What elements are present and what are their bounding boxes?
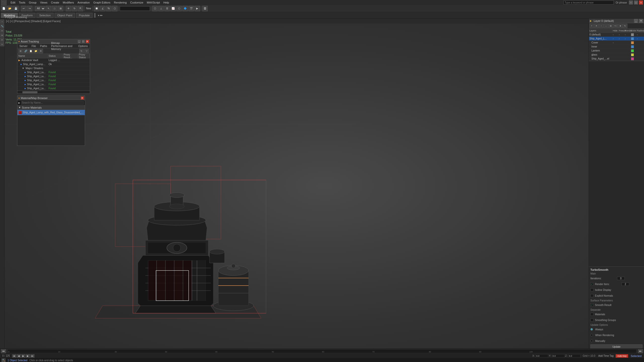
layer-btn[interactable]: ☰ <box>164 6 170 11</box>
curve-editor-btn[interactable]: 📈 <box>170 6 176 11</box>
layer-move-up-btn[interactable]: ↑ <box>599 24 603 28</box>
render-btn[interactable]: ▶ <box>194 6 200 11</box>
menu-edit[interactable]: Edit <box>9 1 17 4</box>
percent-snap[interactable]: % <box>106 6 111 11</box>
layer-1-hide[interactable]: - <box>612 37 618 40</box>
at-row-file-1[interactable]: ■ Ship_Aged_La... Found <box>17 70 90 74</box>
menu-tools[interactable]: Tools <box>17 1 27 4</box>
at-minimize-btn[interactable]: _ <box>78 40 81 43</box>
timeline-track[interactable]: 0 10 20 30 40 50 60 70 80 90 100 <box>8 349 636 353</box>
play-prev-btn[interactable]: ⏮ <box>12 354 16 358</box>
sidebar-hierarchy-icon[interactable]: H <box>0 29 4 33</box>
at-row-lamp[interactable]: ■ Ship_Aged_Lamp_w... Ok <box>17 62 90 66</box>
at-row-maps[interactable]: ▼ Maps / Shaders <box>17 66 90 70</box>
layer-add-btn[interactable]: + <box>589 24 594 28</box>
search-input[interactable] <box>564 1 614 5</box>
select-btn[interactable]: ↖ <box>46 6 51 11</box>
at-filter-btn[interactable]: ▽ <box>84 49 89 53</box>
ts-when-rendering-radio[interactable] <box>590 334 593 336</box>
align-btn[interactable]: ⊥ <box>158 6 164 11</box>
render-frame-btn[interactable]: 🖼 <box>202 6 208 11</box>
redo-btn[interactable]: ↪ <box>27 6 32 11</box>
ts-render-iters-value[interactable]: 2 <box>622 283 629 286</box>
menu-modifiers[interactable]: Modifiers <box>61 1 75 4</box>
layer-select-btn[interactable]: ⊞ <box>609 24 613 28</box>
at-menu-options[interactable]: Options <box>77 44 89 48</box>
layer-row-1[interactable]: Ship_Aged_L... - - - - <box>589 37 644 41</box>
layer-0-render[interactable]: - <box>624 33 630 36</box>
at-scrollbar[interactable] <box>17 90 90 94</box>
at-menu-file[interactable]: File <box>30 44 37 48</box>
at-btn-4[interactable]: 📁 <box>33 49 38 53</box>
at-row-file-3[interactable]: ■ Ship_Aged_La... Found <box>17 78 90 82</box>
save-btn[interactable]: 💾 <box>13 6 19 11</box>
tab-object-paint[interactable]: Object Paint <box>55 13 75 18</box>
layer-refresh-btn[interactable]: ↻ <box>623 24 627 28</box>
at-scrollbar-thumb[interactable] <box>22 91 37 93</box>
layer-0-color[interactable] <box>630 33 636 36</box>
sidebar-create-icon[interactable]: + <box>0 20 4 24</box>
play-prev-frame-btn[interactable]: ◀ <box>17 354 21 358</box>
material-editor-btn[interactable]: 🔷 <box>182 6 188 11</box>
layer-row-inner[interactable]: Inner <box>589 45 644 49</box>
ts-isoline-checkbox[interactable] <box>590 288 593 291</box>
tab-populate[interactable]: Populate <box>76 13 92 18</box>
scale-btn[interactable]: ⇱ <box>78 6 83 11</box>
at-restore-btn[interactable]: □ <box>82 40 85 43</box>
at-btn-3[interactable]: 📋 <box>28 49 33 53</box>
tab-selection[interactable]: Selection <box>36 13 53 18</box>
coord-x-val[interactable]: 0.0 <box>536 354 548 358</box>
mat-browser-titlebar[interactable]: ● Material/Map Browser ✕ <box>17 96 85 100</box>
menu-group[interactable]: Group <box>27 1 38 4</box>
viewport-canvas[interactable]: Total Polys: 23,026 Verts: 11,736 FPS: 1… <box>5 24 644 348</box>
rotate-btn[interactable]: ↻ <box>72 6 77 11</box>
coord-z-val[interactable]: 0.0 <box>568 354 581 358</box>
layer-move-down-btn[interactable]: ↓ <box>604 24 608 28</box>
at-btn-2[interactable]: 🔗 <box>23 49 28 53</box>
layer-row-lantern[interactable]: Lantern <box>589 49 644 53</box>
ts-manually-radio[interactable] <box>590 340 593 342</box>
select-region-btn[interactable]: □ <box>52 6 57 11</box>
timeline-go-start[interactable]: ⏮ <box>1 349 6 353</box>
viewport-perspective[interactable]: [+] [Perspective] [Shaded] [Edged Faces] <box>10 20 61 23</box>
sidebar-utilities-icon[interactable]: U <box>0 42 4 46</box>
layer-highlight-btn[interactable]: ★ <box>618 24 623 28</box>
at-menu-paths[interactable]: Paths <box>39 44 48 48</box>
sidebar-modify-icon[interactable]: 🔧 <box>0 24 4 28</box>
mirror-btn[interactable]: ⬡ <box>152 6 158 11</box>
layer-row-0[interactable]: 0 (default) - - - - <box>589 33 644 37</box>
undo-btn[interactable]: ↩ <box>21 6 26 11</box>
sidebar-display-icon[interactable]: D <box>0 38 4 42</box>
menu-create[interactable]: Create <box>49 1 61 4</box>
menu-rendering[interactable]: Rendering <box>112 1 128 4</box>
layer-add-selected-btn[interactable]: +□ <box>613 24 618 28</box>
layer-min-btn[interactable]: _ <box>634 19 638 23</box>
at-refresh-btn[interactable]: ↻ <box>79 49 84 53</box>
status-hammer-icon[interactable]: 🔨 <box>2 358 6 362</box>
mat-search-input[interactable] <box>21 101 84 105</box>
timeline-go-end[interactable]: ⏭ <box>638 349 643 353</box>
auto-key-btn[interactable]: Auto Key <box>616 354 628 358</box>
render-setup-btn[interactable]: 🎬 <box>188 6 194 11</box>
new-btn[interactable]: 📄 <box>1 6 7 11</box>
mat-scene-materials-header[interactable]: ▼ Scene Materials <box>17 105 85 110</box>
play-next-frame-btn[interactable]: ▶ <box>26 354 30 358</box>
at-btn-1[interactable]: ⊞ <box>18 49 23 53</box>
select-window-btn[interactable]: ⊞ <box>58 6 63 11</box>
menu-maxscript[interactable]: MAXScript <box>145 1 162 4</box>
viewport-plus[interactable]: [+] <box>6 20 9 23</box>
layer-1-color[interactable] <box>630 37 636 40</box>
ts-smoothing-groups-checkbox[interactable] <box>590 319 593 322</box>
layer-close-btn[interactable]: ✕ <box>639 19 643 23</box>
ts-explicit-normals-checkbox[interactable] <box>590 294 593 297</box>
at-close-btn[interactable]: ✕ <box>86 40 89 43</box>
layer-1-radiosity[interactable]: - <box>636 37 644 40</box>
menu-animation[interactable]: Animation <box>76 1 91 4</box>
at-menu-bitmap[interactable]: Bitmap Performance and Memory <box>50 41 75 51</box>
play-btn[interactable]: ▶ <box>21 354 25 358</box>
play-next-btn[interactable]: ⏭ <box>30 354 34 358</box>
schematic-btn[interactable]: ⬡ <box>176 6 182 11</box>
ts-iterations-value[interactable]: 0 <box>617 277 625 280</box>
layer-0-radiosity[interactable]: - <box>636 33 644 36</box>
window-close[interactable]: ✕ <box>639 1 643 5</box>
